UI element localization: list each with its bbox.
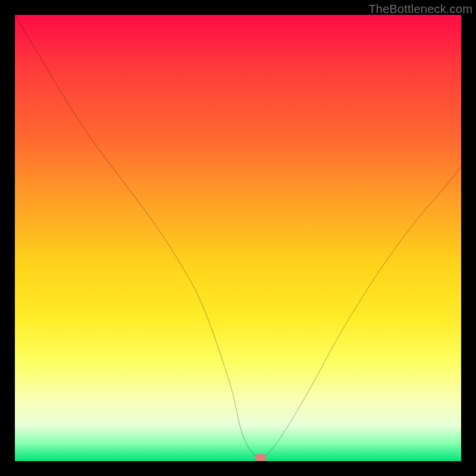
bottleneck-curve xyxy=(15,15,461,461)
plot-area xyxy=(15,15,461,461)
chart-container: TheBottleneck.com xyxy=(0,0,476,476)
optimal-point-marker xyxy=(255,454,267,461)
watermark-label: TheBottleneck.com xyxy=(368,2,472,16)
